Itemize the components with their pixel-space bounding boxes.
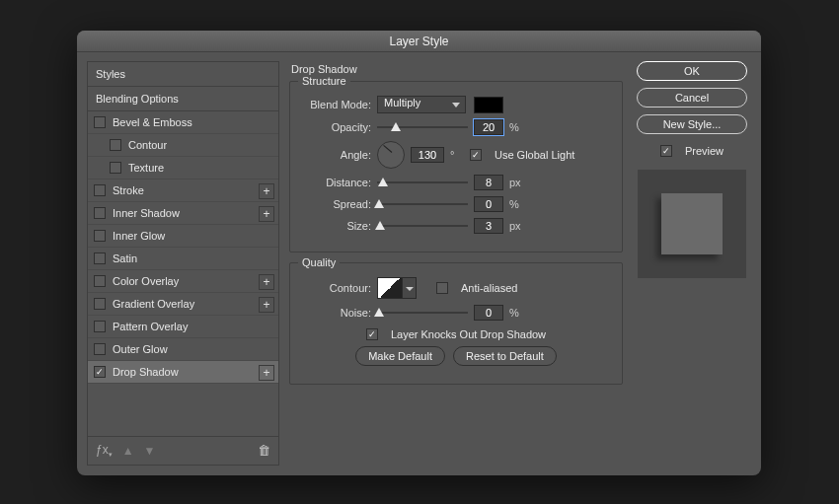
- style-item-label: Outer Glow: [113, 343, 168, 355]
- blend-mode-value: Multiply: [384, 97, 420, 108]
- blend-mode-select[interactable]: Multiply: [377, 96, 466, 113]
- style-checkbox[interactable]: [94, 366, 106, 378]
- move-up-icon[interactable]: ▲: [122, 444, 134, 458]
- style-item-inner-shadow[interactable]: Inner Shadow+: [88, 202, 278, 225]
- style-item-texture[interactable]: Texture: [88, 157, 278, 180]
- trash-icon[interactable]: 🗑: [258, 443, 270, 458]
- contour-dropdown-icon[interactable]: [403, 277, 417, 299]
- opacity-slider[interactable]: [377, 120, 468, 134]
- style-item-outer-glow[interactable]: Outer Glow: [88, 338, 278, 361]
- contour-picker[interactable]: [377, 277, 403, 299]
- add-instance-icon[interactable]: +: [259, 183, 274, 199]
- spread-label: Spread:: [302, 198, 371, 210]
- styles-list-panel: Styles Blending Options Bevel & EmbossCo…: [87, 61, 279, 466]
- style-item-label: Inner Shadow: [113, 207, 180, 219]
- add-instance-icon[interactable]: +: [259, 297, 274, 313]
- styles-header[interactable]: Styles: [88, 62, 278, 87]
- spread-input[interactable]: 0: [474, 196, 503, 212]
- style-checkbox[interactable]: [94, 252, 106, 264]
- style-checkbox[interactable]: [94, 230, 106, 242]
- opacity-input[interactable]: 20: [474, 119, 503, 135]
- distance-input[interactable]: 8: [474, 175, 503, 190]
- style-checkbox[interactable]: [94, 321, 106, 332]
- style-item-label: Contour: [128, 139, 167, 151]
- style-checkbox[interactable]: [110, 139, 121, 151]
- reset-default-button[interactable]: Reset to Default: [453, 346, 557, 366]
- spread-slider[interactable]: [377, 197, 468, 211]
- contour-label: Contour:: [302, 282, 371, 294]
- style-checkbox[interactable]: [94, 184, 106, 196]
- use-global-light-checkbox[interactable]: [470, 149, 482, 161]
- style-checkbox[interactable]: [94, 343, 106, 355]
- style-item-label: Drop Shadow: [113, 366, 179, 378]
- opacity-unit: %: [509, 121, 523, 133]
- angle-input[interactable]: 130: [411, 147, 444, 163]
- angle-unit: °: [450, 149, 464, 161]
- distance-slider[interactable]: [377, 176, 468, 189]
- knocks-out-checkbox[interactable]: [366, 328, 378, 340]
- right-panel: OK Cancel New Style... Preview: [633, 61, 751, 466]
- noise-label: Noise:: [302, 307, 371, 319]
- style-item-label: Stroke: [113, 184, 144, 196]
- style-checkbox[interactable]: [110, 162, 121, 174]
- style-checkbox[interactable]: [94, 207, 106, 219]
- cancel-button[interactable]: Cancel: [637, 88, 747, 108]
- size-label: Size:: [302, 220, 371, 232]
- noise-unit: %: [509, 307, 523, 319]
- distance-unit: px: [509, 177, 523, 188]
- knocks-out-label: Layer Knocks Out Drop Shadow: [391, 328, 546, 340]
- preview-inner: [661, 193, 723, 254]
- style-item-inner-glow[interactable]: Inner Glow: [88, 225, 278, 248]
- style-item-drop-shadow[interactable]: Drop Shadow+: [88, 361, 278, 384]
- move-down-icon[interactable]: ▼: [144, 444, 156, 458]
- size-unit: px: [509, 220, 523, 232]
- style-checkbox[interactable]: [94, 298, 106, 310]
- style-item-label: Inner Glow: [113, 230, 165, 242]
- style-item-pattern-overlay[interactable]: Pattern Overlay: [88, 316, 278, 338]
- distance-label: Distance:: [302, 177, 371, 188]
- blend-mode-label: Blend Mode:: [302, 99, 371, 110]
- use-global-light-label: Use Global Light: [495, 149, 574, 161]
- blending-options[interactable]: Blending Options: [88, 87, 278, 111]
- add-instance-icon[interactable]: +: [259, 206, 274, 222]
- size-input[interactable]: 3: [474, 218, 503, 234]
- settings-panel: Drop Shadow Structure Blend Mode: Multip…: [289, 61, 623, 466]
- style-item-satin[interactable]: Satin: [88, 248, 278, 270]
- style-item-gradient-overlay[interactable]: Gradient Overlay+: [88, 293, 278, 316]
- noise-slider[interactable]: [377, 306, 468, 320]
- ok-button[interactable]: OK: [637, 61, 747, 81]
- layer-style-dialog: Layer Style Styles Blending Options Beve…: [77, 31, 761, 475]
- structure-label: Structure: [298, 75, 350, 87]
- style-item-label: Color Overlay: [113, 275, 179, 287]
- structure-group: Structure Blend Mode: Multiply Opacity: …: [289, 81, 623, 252]
- style-item-label: Satin: [113, 252, 137, 264]
- add-instance-icon[interactable]: +: [259, 365, 274, 381]
- fx-icon[interactable]: ƒx▾: [96, 443, 113, 459]
- quality-group: Quality Contour: Anti-aliased Noise: 0 %: [289, 262, 623, 385]
- preview-checkbox[interactable]: [660, 145, 672, 157]
- noise-input[interactable]: 0: [474, 305, 503, 321]
- preview-thumbnail: [638, 170, 746, 278]
- size-slider[interactable]: [377, 219, 468, 233]
- style-item-bevel-emboss[interactable]: Bevel & Emboss: [88, 111, 278, 134]
- style-checkbox[interactable]: [94, 116, 106, 128]
- add-instance-icon[interactable]: +: [259, 274, 274, 290]
- style-item-label: Texture: [128, 162, 164, 174]
- anti-aliased-label: Anti-aliased: [461, 282, 517, 294]
- angle-dial[interactable]: [377, 141, 405, 169]
- quality-label: Quality: [298, 256, 340, 268]
- new-style-button[interactable]: New Style...: [637, 114, 747, 134]
- style-item-label: Pattern Overlay: [113, 321, 188, 332]
- styles-footer: ƒx▾ ▲ ▼ 🗑: [88, 436, 278, 465]
- preview-label: Preview: [685, 145, 724, 157]
- style-checkbox[interactable]: [94, 275, 106, 287]
- shadow-color-swatch[interactable]: [474, 97, 503, 113]
- style-item-stroke[interactable]: Stroke+: [88, 180, 278, 202]
- make-default-button[interactable]: Make Default: [355, 346, 445, 366]
- style-item-contour[interactable]: Contour: [88, 134, 278, 157]
- spread-unit: %: [509, 198, 523, 210]
- opacity-label: Opacity:: [302, 121, 371, 133]
- style-item-color-overlay[interactable]: Color Overlay+: [88, 270, 278, 293]
- dialog-title: Layer Style: [77, 31, 761, 52]
- anti-aliased-checkbox[interactable]: [436, 282, 448, 294]
